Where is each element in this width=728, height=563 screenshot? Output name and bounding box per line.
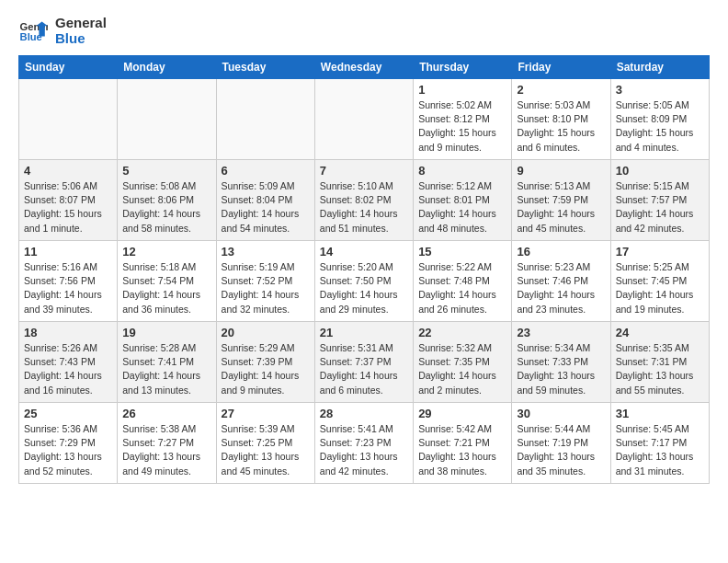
logo-icon: General Blue [18,16,48,45]
weekday-header-monday: Monday [118,56,216,79]
calendar-cell: 18Sunrise: 5:26 AMSunset: 7:43 PMDayligh… [19,322,118,403]
day-number: 10 [616,164,704,178]
day-number: 26 [122,407,210,420]
calendar-cell: 20Sunrise: 5:29 AMSunset: 7:39 PMDayligh… [216,322,314,403]
day-number: 11 [24,245,112,259]
day-info: Sunrise: 5:39 AMSunset: 7:25 PMDaylight:… [222,422,310,478]
calendar-week-row: 25Sunrise: 5:36 AMSunset: 7:29 PMDayligh… [19,403,710,484]
day-info: Sunrise: 5:06 AMSunset: 8:07 PMDaylight:… [24,179,112,236]
day-info: Sunrise: 5:03 AMSunset: 8:10 PMDaylight:… [517,98,605,155]
calendar-week-row: 18Sunrise: 5:26 AMSunset: 7:43 PMDayligh… [19,322,710,403]
calendar-week-row: 4Sunrise: 5:06 AMSunset: 8:07 PMDaylight… [19,160,710,241]
day-info: Sunrise: 5:42 AMSunset: 7:21 PMDaylight:… [418,422,506,478]
day-number: 15 [418,245,506,259]
day-number: 19 [122,326,210,339]
day-info: Sunrise: 5:13 AMSunset: 7:59 PMDaylight:… [517,179,605,236]
day-number: 22 [418,326,506,339]
calendar-cell: 30Sunrise: 5:44 AMSunset: 7:19 PMDayligh… [512,403,610,484]
day-info: Sunrise: 5:22 AMSunset: 7:48 PMDaylight:… [418,260,506,316]
day-info: Sunrise: 5:34 AMSunset: 7:33 PMDaylight:… [517,341,605,397]
calendar-cell: 16Sunrise: 5:23 AMSunset: 7:46 PMDayligh… [512,241,610,322]
day-info: Sunrise: 5:20 AMSunset: 7:50 PMDaylight:… [320,260,408,316]
calendar-cell: 19Sunrise: 5:28 AMSunset: 7:41 PMDayligh… [118,322,216,403]
calendar-cell [118,79,216,160]
day-number: 9 [517,164,605,178]
weekday-header-saturday: Saturday [610,56,709,79]
weekday-header-row: SundayMondayTuesdayWednesdayThursdayFrid… [19,56,710,79]
day-number: 29 [418,407,506,420]
calendar-cell: 14Sunrise: 5:20 AMSunset: 7:50 PMDayligh… [314,241,413,322]
day-number: 5 [122,164,210,178]
calendar-cell: 17Sunrise: 5:25 AMSunset: 7:45 PMDayligh… [610,241,709,322]
calendar-week-row: 11Sunrise: 5:16 AMSunset: 7:56 PMDayligh… [19,241,710,322]
calendar-cell: 11Sunrise: 5:16 AMSunset: 7:56 PMDayligh… [19,241,118,322]
day-number: 21 [320,326,408,339]
calendar-cell [216,79,314,160]
calendar-cell: 25Sunrise: 5:36 AMSunset: 7:29 PMDayligh… [19,403,118,484]
logo-blue: Blue [55,30,107,46]
day-number: 6 [222,164,310,178]
calendar-cell: 31Sunrise: 5:45 AMSunset: 7:17 PMDayligh… [610,403,709,484]
calendar-cell: 10Sunrise: 5:15 AMSunset: 7:57 PMDayligh… [610,160,709,241]
calendar-cell: 2Sunrise: 5:03 AMSunset: 8:10 PMDaylight… [512,79,610,160]
calendar-cell: 7Sunrise: 5:10 AMSunset: 8:02 PMDaylight… [314,160,413,241]
calendar-cell: 12Sunrise: 5:18 AMSunset: 7:54 PMDayligh… [118,241,216,322]
day-number: 12 [122,245,210,259]
day-info: Sunrise: 5:16 AMSunset: 7:56 PMDaylight:… [24,260,112,316]
day-info: Sunrise: 5:08 AMSunset: 8:06 PMDaylight:… [122,179,210,236]
svg-text:Blue: Blue [20,31,42,42]
calendar-cell: 26Sunrise: 5:38 AMSunset: 7:27 PMDayligh… [118,403,216,484]
day-info: Sunrise: 5:05 AMSunset: 8:09 PMDaylight:… [616,98,704,155]
day-number: 1 [418,83,506,97]
day-number: 25 [24,407,112,420]
day-info: Sunrise: 5:36 AMSunset: 7:29 PMDaylight:… [24,422,112,478]
day-number: 24 [616,326,704,339]
calendar-week-row: 1Sunrise: 5:02 AMSunset: 8:12 PMDaylight… [19,79,710,160]
day-number: 8 [418,164,506,178]
day-info: Sunrise: 5:23 AMSunset: 7:46 PMDaylight:… [517,260,605,316]
calendar-cell: 3Sunrise: 5:05 AMSunset: 8:09 PMDaylight… [610,79,709,160]
day-info: Sunrise: 5:12 AMSunset: 8:01 PMDaylight:… [418,179,506,236]
calendar-cell: 27Sunrise: 5:39 AMSunset: 7:25 PMDayligh… [216,403,314,484]
calendar-cell: 5Sunrise: 5:08 AMSunset: 8:06 PMDaylight… [118,160,216,241]
weekday-header-friday: Friday [512,56,610,79]
page-header: General Blue General Blue [18,15,710,46]
calendar-cell: 24Sunrise: 5:35 AMSunset: 7:31 PMDayligh… [610,322,709,403]
weekday-header-thursday: Thursday [414,56,512,79]
calendar-cell: 23Sunrise: 5:34 AMSunset: 7:33 PMDayligh… [512,322,610,403]
day-info: Sunrise: 5:15 AMSunset: 7:57 PMDaylight:… [616,179,704,236]
calendar-cell: 4Sunrise: 5:06 AMSunset: 8:07 PMDaylight… [19,160,118,241]
logo: General Blue General Blue [18,15,107,46]
calendar-cell: 29Sunrise: 5:42 AMSunset: 7:21 PMDayligh… [414,403,512,484]
day-info: Sunrise: 5:32 AMSunset: 7:35 PMDaylight:… [418,341,506,397]
day-number: 28 [320,407,408,420]
day-info: Sunrise: 5:09 AMSunset: 8:04 PMDaylight:… [222,179,310,236]
day-number: 14 [320,245,408,259]
calendar-cell: 8Sunrise: 5:12 AMSunset: 8:01 PMDaylight… [414,160,512,241]
day-number: 4 [24,164,112,178]
calendar-cell: 13Sunrise: 5:19 AMSunset: 7:52 PMDayligh… [216,241,314,322]
calendar-cell: 9Sunrise: 5:13 AMSunset: 7:59 PMDaylight… [512,160,610,241]
day-number: 30 [517,407,605,420]
day-number: 16 [517,245,605,259]
weekday-header-tuesday: Tuesday [216,56,314,79]
calendar-cell [19,79,118,160]
day-number: 31 [616,407,704,420]
weekday-header-wednesday: Wednesday [314,56,413,79]
day-info: Sunrise: 5:31 AMSunset: 7:37 PMDaylight:… [320,341,408,397]
day-number: 17 [616,245,704,259]
calendar-cell [314,79,413,160]
day-info: Sunrise: 5:19 AMSunset: 7:52 PMDaylight:… [222,260,310,316]
day-number: 2 [517,83,605,97]
day-info: Sunrise: 5:29 AMSunset: 7:39 PMDaylight:… [222,341,310,397]
calendar-cell: 15Sunrise: 5:22 AMSunset: 7:48 PMDayligh… [414,241,512,322]
logo-general: General [55,15,107,30]
day-info: Sunrise: 5:45 AMSunset: 7:17 PMDaylight:… [616,422,704,478]
day-info: Sunrise: 5:10 AMSunset: 8:02 PMDaylight:… [320,179,408,236]
day-info: Sunrise: 5:26 AMSunset: 7:43 PMDaylight:… [24,341,112,397]
calendar-cell: 6Sunrise: 5:09 AMSunset: 8:04 PMDaylight… [216,160,314,241]
day-info: Sunrise: 5:38 AMSunset: 7:27 PMDaylight:… [122,422,210,478]
day-info: Sunrise: 5:41 AMSunset: 7:23 PMDaylight:… [320,422,408,478]
day-number: 27 [222,407,310,420]
day-info: Sunrise: 5:25 AMSunset: 7:45 PMDaylight:… [616,260,704,316]
